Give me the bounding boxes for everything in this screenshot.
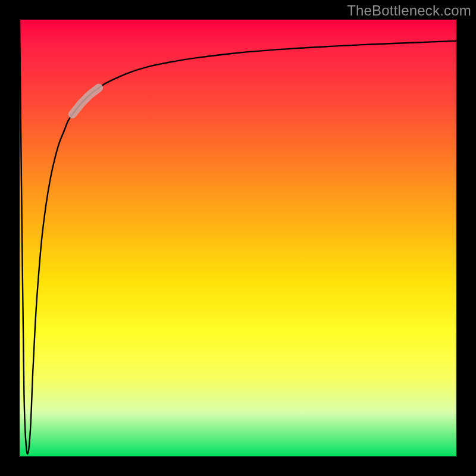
highlight-segment	[73, 88, 99, 114]
plot-area	[18, 18, 458, 458]
watermark-label: TheBottleneck.com	[347, 2, 471, 19]
chart-container: TheBottleneck.com	[0, 0, 476, 476]
curve-svg	[20, 20, 458, 458]
curve-path	[20, 20, 458, 454]
